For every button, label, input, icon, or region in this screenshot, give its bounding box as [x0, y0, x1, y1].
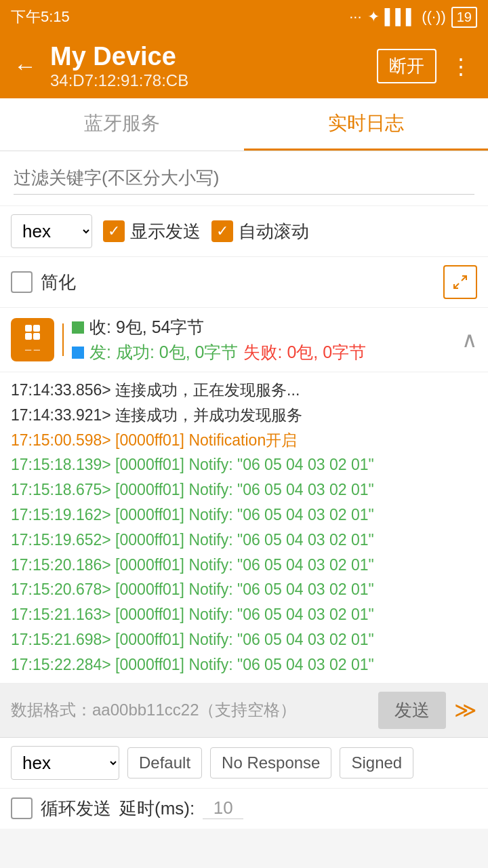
bottom-controls: hex string Default No Response Signed: [0, 738, 488, 789]
app-bar: ← My Device 34:D7:12:91:78:CB 断开 ⋮: [0, 34, 488, 98]
bottom-row: hex string Default No Response Signed: [11, 746, 477, 780]
send-button[interactable]: 发送: [378, 692, 446, 729]
filter-input[interactable]: [14, 162, 474, 195]
mode-default-button[interactable]: Default: [127, 747, 202, 778]
expand-button[interactable]: [443, 265, 477, 299]
log-line: 17:14:33.921> 连接成功，并成功发现服务: [11, 403, 477, 428]
log-line: 17:15:20.186> [0000ff01] Notify: "06 05 …: [11, 553, 477, 578]
loop-send-label: 循环发送: [41, 797, 111, 821]
log-line: 17:15:21.163> [0000ff01] Notify: "06 05 …: [11, 602, 477, 627]
battery-indicator: 19: [451, 7, 477, 28]
svg-line-0: [462, 276, 466, 281]
tx-stats: 发: 成功: 0包, 0字节 失败: 0包, 0字节: [72, 341, 453, 363]
log-line: 17:15:22.284> [0000ff01] Notify: "06 05 …: [11, 652, 477, 677]
simplify-label: 简化: [41, 271, 76, 294]
auto-scroll-checkbox-label: ✓ 自动滚动: [211, 220, 309, 243]
format-select[interactable]: hex string: [11, 214, 92, 248]
tab-bar: 蓝牙服务 实时日志: [0, 98, 488, 151]
stats-divider: [62, 323, 64, 356]
show-send-checkbox-label: ✓ 显示发送: [103, 220, 201, 243]
network-icon: ▌▌▌: [385, 8, 417, 26]
device-name: My Device: [50, 42, 366, 71]
status-bar: 下午5:15 ··· ✦ ▌▌▌ ((·)) 19: [0, 0, 488, 34]
delay-label: 延时(ms):: [119, 797, 195, 821]
back-button[interactable]: ←: [11, 50, 39, 82]
delay-input[interactable]: [203, 797, 243, 819]
send-area: 数据格式：aa00bb11cc22（支持空格） 发送 ≫: [0, 684, 488, 738]
rx-label: 收: 9包, 54字节: [89, 316, 205, 338]
mode-no-response-button[interactable]: No Response: [210, 747, 331, 778]
log-line: 17:15:00.598> [0000ff01] Notification开启: [11, 428, 477, 453]
loop-send-row: 循环发送 延时(ms):: [0, 789, 488, 829]
log-line: 17:15:19.162> [0000ff01] Notify: "06 05 …: [11, 502, 477, 528]
show-send-label: 显示发送: [130, 220, 201, 243]
log-area[interactable]: 17:14:33.856> 连接成功，正在发现服务...17:14:33.921…: [0, 372, 488, 684]
filter-section: [0, 151, 488, 206]
status-icons: ··· ✦ ▌▌▌ ((·)) 19: [349, 7, 477, 28]
log-line: 17:15:21.698> [0000ff01] Notify: "06 05 …: [11, 627, 477, 652]
expand-down-button[interactable]: ≫: [454, 697, 477, 723]
tx-fail-label: 失败: 0包, 0字节: [243, 341, 366, 363]
stats-bar: ─ ─ 收: 9包, 54字节 发: 成功: 0包, 0字节 失败: 0包, 0…: [0, 308, 488, 372]
tx-success-label: 发: 成功: 0包, 0字节: [89, 341, 238, 363]
rx-indicator: [72, 321, 84, 334]
auto-scroll-label: 自动滚动: [239, 220, 309, 243]
stats-info: 收: 9包, 54字节 发: 成功: 0包, 0字节 失败: 0包, 0字节: [72, 316, 453, 363]
app-bar-actions: 断开 ⋮: [377, 49, 477, 83]
rx-stats: 收: 9包, 54字节: [72, 316, 453, 338]
bluetooth-icon: ✦: [367, 8, 380, 26]
mode-signed-button[interactable]: Signed: [340, 747, 413, 778]
tx-indicator: [72, 347, 84, 359]
signal-icon: ···: [349, 8, 361, 26]
device-address: 34:D7:12:91:78:CB: [50, 71, 366, 90]
simplify-row: 简化: [0, 257, 488, 308]
disconnect-button[interactable]: 断开: [377, 49, 436, 83]
status-time: 下午5:15: [11, 7, 70, 27]
controls-row: hex string ✓ 显示发送 ✓ 自动滚动: [0, 206, 488, 257]
bottom-format-select[interactable]: hex string: [11, 746, 119, 780]
svg-line-1: [454, 283, 459, 288]
more-options-button[interactable]: ⋮: [445, 51, 477, 82]
simplify-checkbox[interactable]: [11, 271, 33, 293]
log-line: 17:15:18.675> [0000ff01] Notify: "06 05 …: [11, 477, 477, 502]
log-line: 17:15:20.678> [0000ff01] Notify: "06 05 …: [11, 577, 477, 602]
collapse-button[interactable]: ∧: [462, 327, 477, 353]
tab-realtime-log[interactable]: 实时日志: [244, 98, 488, 151]
show-send-checkbox[interactable]: ✓: [103, 220, 125, 242]
tab-bluetooth-services[interactable]: 蓝牙服务: [0, 98, 244, 151]
auto-scroll-checkbox[interactable]: ✓: [211, 220, 233, 242]
log-line: 17:14:33.856> 连接成功，正在发现服务...: [11, 378, 477, 403]
simplify-left: 简化: [11, 271, 76, 294]
stats-icon: ─ ─: [11, 318, 54, 361]
loop-send-checkbox[interactable]: [11, 797, 33, 819]
send-hint: 数据格式：aa00bb11cc22（支持空格）: [11, 699, 370, 721]
wifi-icon: ((·)): [422, 8, 445, 26]
log-line: 17:15:19.652> [0000ff01] Notify: "06 05 …: [11, 528, 477, 553]
log-line: 17:15:18.139> [0000ff01] Notify: "06 05 …: [11, 452, 477, 477]
app-title-section: My Device 34:D7:12:91:78:CB: [50, 42, 366, 90]
